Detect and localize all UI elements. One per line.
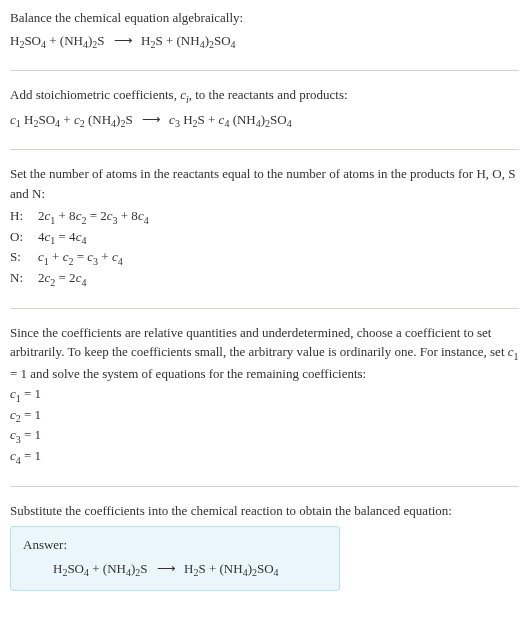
intro-text-3: Set the number of atoms in the reactants…	[10, 164, 519, 203]
intro-text-4: Since the coefficients are relative quan…	[10, 323, 519, 384]
atom-row-n: N: 2c2 = 2c4	[10, 269, 519, 290]
section-balance-intro: Balance the chemical equation algebraica…	[10, 8, 519, 71]
atom-equation: 2c2 = 2c4	[38, 269, 86, 290]
atom-row-o: O: 4c1 = 4c4	[10, 228, 519, 249]
product-1: H2S	[141, 33, 163, 48]
plus: +	[163, 33, 177, 48]
product-2: (NH4)2SO4	[177, 33, 236, 48]
atom-label: O:	[10, 228, 28, 246]
atom-equation: 4c1 = 4c4	[38, 228, 86, 249]
intro-text-1: Balance the chemical equation algebraica…	[10, 8, 519, 28]
coefficient-solutions: c1 = 1 c2 = 1 c3 = 1 c4 = 1	[10, 385, 519, 467]
coef-c2: c2 = 1	[10, 406, 519, 427]
product-1: H2S	[184, 561, 206, 576]
atom-label: H:	[10, 207, 28, 225]
atom-row-s: S: c1 + c2 = c3 + c4	[10, 248, 519, 269]
arrow-icon: ⟶	[142, 110, 160, 130]
atom-label: N:	[10, 269, 28, 287]
atom-row-h: H: 2c1 + 8c2 = 2c3 + 8c4	[10, 207, 519, 228]
atom-balance-table: H: 2c1 + 8c2 = 2c3 + 8c4 O: 4c1 = 4c4 S:…	[10, 207, 519, 289]
intro-text-5: Substitute the coefficients into the che…	[10, 501, 519, 521]
section-atom-equations: Set the number of atoms in the reactants…	[10, 164, 519, 308]
answer-label: Answer:	[23, 535, 327, 555]
arrow-icon: ⟶	[157, 559, 175, 579]
reactant-2: (NH4)2S	[60, 33, 105, 48]
coef-c3: c3 = 1	[10, 426, 519, 447]
reactant-1: H2SO4	[10, 33, 46, 48]
atom-equation: 2c1 + 8c2 = 2c3 + 8c4	[38, 207, 149, 228]
arrow-icon: ⟶	[114, 31, 132, 51]
coef-c4: c4 = 1	[10, 447, 519, 468]
section-solve: Since the coefficients are relative quan…	[10, 323, 519, 487]
coefficient-equation: c1 H2SO4 + c2 (NH4)2S ⟶ c3 H2S + c4 (NH4…	[10, 110, 519, 132]
reactant-1: H2SO4	[53, 561, 89, 576]
coef-c1: c1 = 1	[10, 385, 519, 406]
atom-equation: c1 + c2 = c3 + c4	[38, 248, 123, 269]
reactant-2: (NH4)2S	[103, 561, 148, 576]
balanced-equation: H2SO4 + (NH4)2S ⟶ H2S + (NH4)2SO4	[23, 559, 327, 581]
product-2: (NH4)2SO4	[220, 561, 279, 576]
plus: +	[46, 33, 60, 48]
intro-text-2: Add stoichiometric coefficients, ci, to …	[10, 85, 519, 107]
section-answer: Substitute the coefficients into the che…	[10, 501, 519, 592]
answer-box: Answer: H2SO4 + (NH4)2S ⟶ H2S + (NH4)2SO…	[10, 526, 340, 591]
section-add-coefficients: Add stoichiometric coefficients, ci, to …	[10, 85, 519, 150]
unbalanced-equation: H2SO4 + (NH4)2S ⟶ H2S + (NH4)2SO4	[10, 31, 519, 53]
atom-label: S:	[10, 248, 28, 266]
